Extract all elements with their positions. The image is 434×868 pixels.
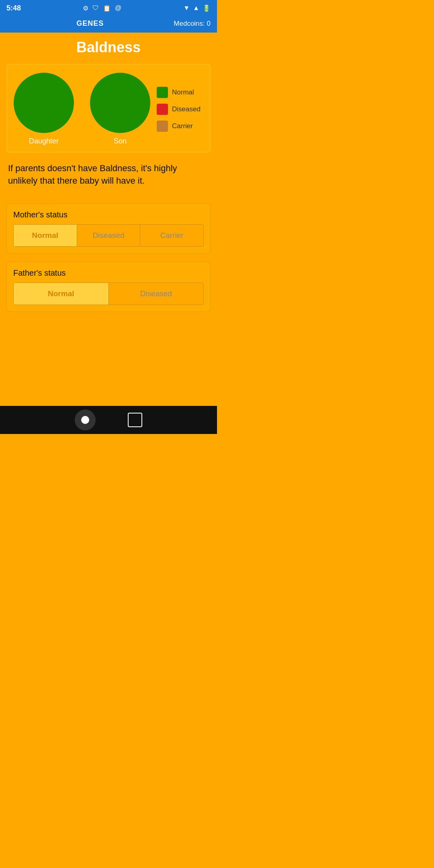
daughter-label: Daughter (29, 137, 59, 145)
father-diseased-button[interactable]: Diseased (109, 283, 204, 305)
carrier-legend-label: Carrier (172, 122, 193, 130)
circles-area: Daughter Son (14, 73, 150, 145)
legend-carrier: Carrier (157, 121, 213, 132)
page-title: Baldness (6, 39, 211, 56)
home-button[interactable] (75, 409, 96, 430)
status-bar: 5:48 ⚙ 🛡 📋 @ ▼ ▲ 🔋 (0, 0, 217, 16)
son-circle (90, 73, 150, 133)
carrier-color-box (157, 121, 168, 132)
daughter-circle (14, 73, 74, 133)
mother-status-section: Mother's status Normal Diseased Carrier (6, 203, 211, 254)
mother-carrier-button[interactable]: Carrier (140, 225, 203, 246)
status-time: 5:48 (6, 4, 21, 12)
father-normal-button[interactable]: Normal (14, 283, 109, 305)
top-bar: GENES Medcoins: 0 (0, 16, 217, 33)
mother-status-buttons: Normal Diseased Carrier (13, 224, 204, 247)
wifi-icon: ▼ (183, 4, 190, 12)
legend-normal: Normal (157, 87, 213, 98)
daughter-item: Daughter (14, 73, 74, 145)
father-status-label: Father's status (13, 268, 204, 278)
normal-color-box (157, 87, 168, 98)
normal-legend-label: Normal (172, 88, 194, 96)
signal-icon: ▲ (193, 4, 199, 12)
status-icons: ⚙ 🛡 📋 @ (83, 4, 121, 12)
medcoins-value: 0 (207, 20, 211, 27)
app-title: GENES (76, 19, 104, 28)
mother-diseased-button[interactable]: Diseased (77, 225, 141, 246)
legend: Normal Diseased Carrier (157, 87, 213, 132)
offspring-card: Daughter Son Normal Diseased Carrier (6, 64, 211, 153)
at-icon: @ (115, 4, 121, 12)
son-label: Son (114, 137, 127, 145)
clipboard-icon: 📋 (103, 4, 111, 12)
legend-diseased: Diseased (157, 104, 213, 115)
son-item: Son (90, 73, 150, 145)
battery-icon: 🔋 (203, 4, 211, 12)
main-content: Baldness Daughter Son Normal Diseased (0, 33, 217, 406)
recents-button[interactable] (128, 413, 142, 427)
mother-normal-button[interactable]: Normal (14, 225, 77, 246)
bottom-nav (0, 406, 217, 434)
medcoins-display: Medcoins: 0 (174, 20, 211, 28)
diseased-color-box (157, 104, 168, 115)
description-text: If parents doesn't have Baldness, it's h… (6, 162, 211, 187)
shield-icon: 🛡 (92, 4, 99, 12)
diseased-legend-label: Diseased (172, 105, 201, 113)
status-right-icons: ▼ ▲ 🔋 (183, 4, 211, 12)
medcoins-label: Medcoins: (174, 20, 205, 27)
father-status-section: Father's status Normal Diseased (6, 262, 211, 312)
gear-icon: ⚙ (83, 4, 88, 12)
father-status-buttons: Normal Diseased (13, 283, 204, 305)
mother-status-label: Mother's status (13, 210, 204, 219)
